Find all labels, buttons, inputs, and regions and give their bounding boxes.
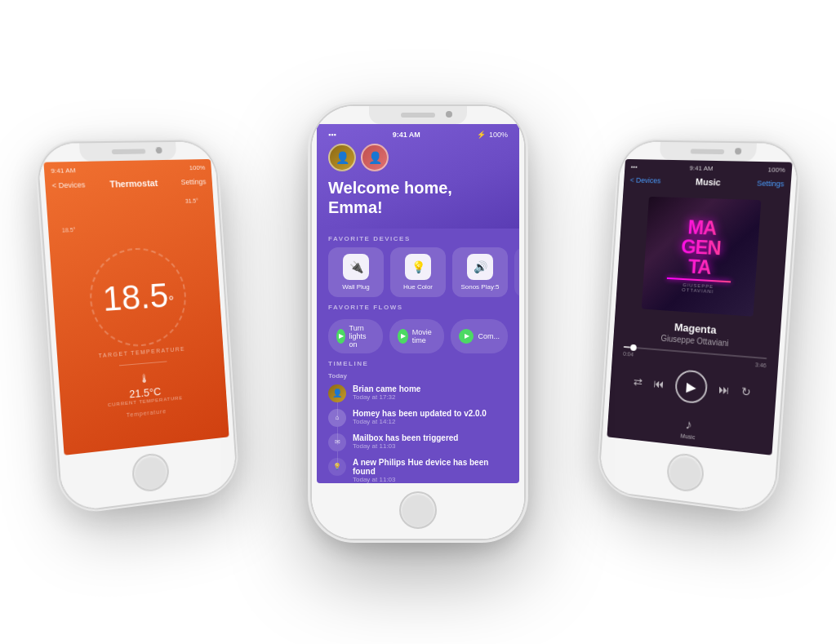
- timeline-title-mailbox: Mailbox has been triggered: [353, 433, 458, 442]
- speaker-center: [401, 113, 435, 118]
- thermo-target-value: 31.5°: [185, 198, 198, 203]
- avatar-emma[interactable]: 👤: [361, 144, 389, 171]
- home-button-center[interactable]: [399, 491, 437, 529]
- battery-indicator: 100%: [489, 131, 508, 139]
- device-card-more[interactable]: ›: [514, 247, 519, 297]
- thermo-time: 9:41 AM: [51, 166, 76, 174]
- home-flows-row: ▶ Turn lights on ▶ Movie time ▶: [317, 319, 519, 353]
- thermo-target-label: TARGET TEMPERATURE: [98, 345, 185, 358]
- hue-icon: 💡: [405, 254, 431, 280]
- music-time: 9:41 AM: [689, 163, 713, 171]
- music-tab-icon: ♪: [685, 417, 692, 433]
- speaker-left: [112, 149, 146, 154]
- timeline-avatar-homey: ⌂: [328, 409, 346, 427]
- music-nav-title: Music: [696, 176, 722, 187]
- timeline-time-mailbox: Today at 11:03: [353, 442, 458, 450]
- music-progress-fill: [624, 345, 631, 348]
- device-card-wallplug[interactable]: 🔌 Wall Plug: [328, 247, 384, 297]
- album-artist-small: GIUSEPPE OTTAVIANI: [666, 281, 731, 295]
- phone-center-top: [369, 106, 467, 124]
- flow-card-lights[interactable]: ▶ Turn lights on: [328, 319, 383, 353]
- timeline-day: Today: [328, 372, 508, 380]
- camera-right: [735, 148, 742, 154]
- hue-label: Hue Color: [403, 283, 433, 291]
- thermo-settings-button[interactable]: Settings: [180, 177, 206, 186]
- timeline-content-brian: Brian came home Today at 17:32: [353, 384, 420, 401]
- shuffle-button[interactable]: ⇄: [633, 375, 643, 389]
- flow-card-more[interactable]: ▶ Com...: [451, 319, 508, 353]
- device-card-hue[interactable]: 💡 Hue Color: [390, 247, 446, 297]
- timeline-title-homey: Homey has been updated to v2.0.0: [353, 409, 487, 418]
- music-nav: < Devices Music Settings: [624, 173, 792, 193]
- album-title-art: MAGENTA: [667, 216, 735, 278]
- home-button-right[interactable]: [666, 451, 705, 493]
- home-avatars: 👤 👤: [328, 144, 508, 171]
- timeline-time-brian: Today at 17:32: [353, 393, 420, 401]
- timeline-item-mailbox: ✉ Mailbox has been triggered Today at 11…: [328, 433, 508, 451]
- timeline-item-homey: ⌂ Homey has been updated to v2.0.0 Today…: [328, 409, 508, 427]
- thermo-back-button[interactable]: < Devices: [51, 180, 85, 189]
- home-timeline: Today 👤 Brian came home Today at 17:32 ⌂…: [317, 372, 519, 483]
- avatar-emma-face: 👤: [362, 145, 387, 170]
- thermo-big-temp: 18.5: [101, 276, 169, 318]
- speaker-right: [691, 149, 725, 154]
- album-art-text: MAGENTA GIUSEPPE OTTAVIANI: [666, 216, 736, 295]
- thermo-current-section: 🌡 21.5°C CURRENT TEMPERATURE: [105, 368, 183, 406]
- flow-label-movie: Movie time: [412, 328, 437, 344]
- timeline-content-philips: A new Philips Hue device has been found …: [353, 458, 508, 483]
- timeline-title-brian: Brian came home: [353, 384, 420, 393]
- phone-left: 9:41 AM 100% < Devices Thermostat Settin…: [38, 141, 238, 513]
- flow-play-more[interactable]: ▶: [459, 329, 474, 344]
- home-status-bar: ▪▪▪ 9:41 AM ⚡ 100%: [328, 131, 508, 139]
- thermo-battery: 100%: [189, 163, 206, 171]
- thermostat-screen: 9:41 AM 100% < Devices Thermostat Settin…: [43, 158, 229, 455]
- repeat-button[interactable]: ↻: [740, 384, 751, 398]
- timeline-avatar-philips: 💡: [328, 458, 346, 476]
- thermo-title: Thermostat: [109, 178, 158, 189]
- home-screen: ▪▪▪ 9:41 AM ⚡ 100% 👤 👤: [317, 124, 519, 483]
- play-icon: ▶: [686, 378, 696, 394]
- device-card-sonos[interactable]: 🔊 Sonos Play:5: [452, 247, 508, 297]
- home-time: 9:41 AM: [393, 131, 420, 139]
- avatar-brian[interactable]: 👤: [328, 144, 356, 171]
- timeline-content-mailbox: Mailbox has been triggered Today at 11:0…: [353, 433, 458, 450]
- play-icon-movie: ▶: [401, 332, 406, 340]
- flow-label-lights: Turn lights on: [349, 324, 376, 349]
- phone-center-inner: ▪▪▪ 9:41 AM ⚡ 100% 👤 👤: [312, 106, 524, 539]
- wallplug-label: Wall Plug: [342, 283, 370, 291]
- thermo-degree: °: [168, 293, 175, 309]
- music-back-button[interactable]: < Devices: [629, 175, 660, 184]
- timeline-item-philips: 💡 A new Philips Hue device has been foun…: [328, 458, 508, 483]
- music-progress-dot: [630, 344, 637, 350]
- timeline-time-homey: Today at 14:12: [353, 418, 487, 425]
- timeline-label: TIMELINE: [328, 360, 508, 367]
- flow-label-more: Com...: [478, 332, 500, 340]
- play-pause-button[interactable]: ▶: [674, 369, 709, 404]
- timeline-avatar-mailbox: ✉: [328, 433, 346, 451]
- flow-play-lights[interactable]: ▶: [336, 329, 345, 344]
- thermo-dial[interactable]: 18.5°: [87, 246, 189, 349]
- thermo-low-value: 18.5°: [62, 226, 76, 233]
- phone-left-top: [79, 141, 177, 161]
- home-button-left[interactable]: [131, 451, 171, 493]
- play-icon-more: ▶: [465, 332, 469, 340]
- next-button[interactable]: ⏭: [718, 382, 730, 396]
- phone-center: ▪▪▪ 9:41 AM ⚡ 100% 👤 👤: [312, 106, 524, 539]
- flow-play-movie[interactable]: ▶: [398, 329, 407, 344]
- timeline-content-homey: Homey has been updated to v2.0.0 Today a…: [353, 409, 487, 425]
- home-header: ▪▪▪ 9:41 AM ⚡ 100% 👤 👤: [317, 124, 519, 229]
- thermo-bottom-label: Temperature: [127, 408, 167, 418]
- home-devices-row: 🔌 Wall Plug 💡 Hue Color 🔊 Sonos Play:5 ›: [317, 247, 519, 297]
- music-current-time: 0:04: [623, 350, 634, 357]
- phones-container: 9:41 AM 100% < Devices Thermostat Settin…: [26, 12, 810, 633]
- music-settings-button[interactable]: Settings: [757, 179, 785, 188]
- bluetooth-icon: ⚡: [477, 131, 486, 139]
- timeline-avatar-brian: 👤: [328, 384, 346, 402]
- timeline-title-philips: A new Philips Hue device has been found: [353, 458, 508, 476]
- flow-card-movie[interactable]: ▶ Movie time: [389, 319, 444, 353]
- favorite-flows-label: FAVORITE FLOWS: [328, 304, 508, 311]
- home-status-icons: ⚡ 100%: [477, 131, 508, 139]
- music-total-time: 3:46: [755, 362, 767, 368]
- prev-button[interactable]: ⏮: [653, 376, 665, 390]
- phone-right-top: [659, 141, 757, 161]
